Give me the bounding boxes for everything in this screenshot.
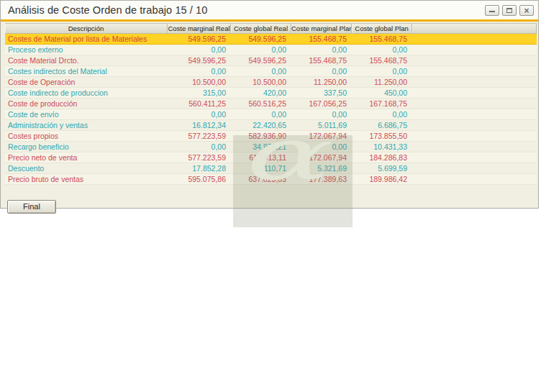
cost-row-label: Coste de envío	[5, 109, 168, 119]
cost-row-label: Costes de Material por lista de Material…	[5, 34, 168, 44]
cost-row-value: 0,00	[231, 45, 291, 55]
final-button[interactable]: Final	[7, 200, 56, 214]
cost-row-value: 595.075,86	[168, 174, 231, 184]
window2-body: Descripción Coste marginal Real Coste gl…	[1, 22, 538, 208]
col-header-descripcion: Descripción	[5, 24, 168, 33]
cost-row-value: 167.168,75	[352, 99, 412, 109]
cost-row-label: Coste indirecto de produccion	[5, 88, 168, 98]
cost-row-value: 22.420,65	[231, 120, 291, 130]
cost-row[interactable]: Costes de Material por lista de Material…	[5, 34, 537, 45]
cost-row-value: 11.250,00	[352, 77, 412, 87]
cost-row-value: 0,00	[168, 142, 231, 152]
cost-row-value: 177.389,63	[291, 174, 352, 184]
cost-row-value: 0,00	[291, 66, 352, 76]
cost-row-value: 189.986,42	[352, 174, 412, 184]
cost-row-value: 173.855,50	[352, 131, 412, 141]
cost-row[interactable]: Precio bruto de ventas595.075,86637.023,…	[5, 174, 537, 185]
final-button-label: Final	[23, 202, 40, 211]
cost-table-header: Descripción Coste marginal Real Coste gl…	[5, 23, 537, 34]
cost-row-value: 549.596,25	[168, 34, 231, 44]
cost-row-value: 560.411,25	[168, 99, 231, 109]
close-icon: ×	[524, 6, 529, 15]
cost-row-value: 172.067,94	[291, 131, 352, 141]
cost-row-filler	[412, 55, 537, 65]
col-header-filler	[412, 24, 537, 33]
cost-row[interactable]: Precio neto de venta577.223,59617.913,11…	[5, 152, 537, 163]
maximize-button[interactable]	[502, 5, 517, 16]
window2-controls: ×	[485, 5, 534, 16]
cost-row-value: 420,00	[231, 88, 291, 98]
cost-row-value: 0,00	[168, 109, 231, 119]
cost-row-filler	[412, 131, 537, 141]
cost-row-value: 0,00	[352, 109, 412, 119]
cost-row-value: 0,00	[231, 109, 291, 119]
col-header-coste-marginal-real: Coste marginal Real	[168, 24, 231, 33]
cost-row-filler	[412, 34, 537, 44]
cost-row-filler	[412, 77, 537, 87]
cost-row-value: 582.936,90	[231, 131, 291, 141]
window2-title: Análisis de Coste Orden de trabajo 15 / …	[8, 4, 207, 16]
cost-row-value: 0,00	[291, 142, 352, 152]
desktop: Análisis de Coste × Número Fecha Info 32…	[0, 0, 541, 392]
col-header-coste-global-plan: Coste global Plan	[352, 24, 412, 33]
cost-row-filler	[412, 66, 537, 76]
col-header-coste-marginal-plan: Coste marginal Plan	[291, 24, 352, 33]
maximize-icon	[506, 8, 512, 13]
cost-row-label: Descuento	[5, 163, 168, 173]
window2-titlebar[interactable]: Análisis de Coste Orden de trabajo 15 / …	[1, 1, 538, 19]
cost-row-value: 549.596,25	[231, 34, 291, 44]
cost-row-value: 0,00	[231, 66, 291, 76]
cost-row-value: 167.056,25	[291, 99, 352, 109]
cost-row-value: 577.223,59	[168, 152, 231, 163]
cost-row[interactable]: Proceso externo0,000,000,000,00	[5, 45, 537, 55]
cost-row-filler	[412, 45, 537, 55]
cost-row-value: 0,00	[352, 66, 412, 76]
cost-row-value: 172.067,94	[291, 152, 352, 163]
minimize-button[interactable]	[485, 5, 499, 16]
cost-row-label: Costes indirectos del Material	[5, 66, 168, 76]
cost-row[interactable]: Descuento17.852,2819.110,715.321,695.699…	[5, 163, 537, 174]
cost-row-filler	[412, 88, 537, 98]
cost-row-filler	[412, 99, 537, 109]
cost-row-value: 0,00	[352, 45, 412, 55]
cost-row-value: 549.596,25	[231, 55, 291, 65]
cost-row-value: 5.011,69	[291, 120, 352, 130]
cost-row[interactable]: Coste de Operación10.500,0010.500,0011.2…	[5, 77, 537, 88]
cost-row[interactable]: Costes indirectos del Material0,000,000,…	[5, 66, 537, 77]
cost-row-value: 19.110,71	[231, 163, 291, 173]
cost-row[interactable]: Costes propios577.223,59582.936,90172.06…	[5, 131, 537, 142]
cost-row[interactable]: Coste Material Drcto.549.596,25549.596,2…	[5, 55, 537, 66]
cost-row-value: 10.431,33	[352, 142, 412, 152]
cost-row-value: 450,00	[352, 88, 412, 98]
cost-row-value: 17.852,28	[168, 163, 231, 173]
cost-row-value: 184.286,83	[352, 152, 412, 163]
cost-row-value: 11.250,00	[291, 77, 352, 87]
cost-row-filler	[412, 109, 537, 119]
cost-row-value: 637.023,83	[231, 174, 291, 184]
cost-row[interactable]: Recargo beneficio0,0034.976,210,0010.431…	[5, 142, 537, 152]
cost-row-filler	[412, 152, 537, 163]
cost-row-value: 5.699,59	[352, 163, 412, 173]
cost-row[interactable]: Coste de producción560.411,25560.516,251…	[5, 99, 537, 109]
cost-row-label: Coste de Operación	[5, 77, 168, 87]
cost-row-value: 560.516,25	[231, 99, 291, 109]
cost-row-label: Administración y ventas	[5, 120, 168, 130]
cost-row-value: 577.223,59	[168, 131, 231, 141]
close-button[interactable]: ×	[519, 5, 534, 16]
cost-row[interactable]: Coste indirecto de produccion315,00420,0…	[5, 88, 537, 99]
cost-row[interactable]: Administración y ventas16.812,3422.420,6…	[5, 120, 537, 131]
cost-row-filler	[412, 174, 537, 184]
col-header-coste-global-real: Coste global Real	[231, 24, 291, 33]
cost-row-label: Precio bruto de ventas	[5, 174, 168, 184]
cost-row-value: 34.976,21	[231, 142, 291, 152]
cost-row-value: 337,50	[291, 88, 352, 98]
cost-row-label: Coste de producción	[5, 99, 168, 109]
cost-row[interactable]: Coste de envío0,000,000,000,00	[5, 109, 537, 120]
cost-row-value: 617.913,11	[231, 152, 291, 163]
cost-row-value: 0,00	[168, 45, 231, 55]
cost-row-value: 0,00	[168, 66, 231, 76]
cost-row-filler	[412, 163, 537, 173]
cost-row-value: 315,00	[168, 88, 231, 98]
minimize-icon	[489, 8, 495, 12]
cost-row-value: 155.468,75	[352, 34, 412, 44]
